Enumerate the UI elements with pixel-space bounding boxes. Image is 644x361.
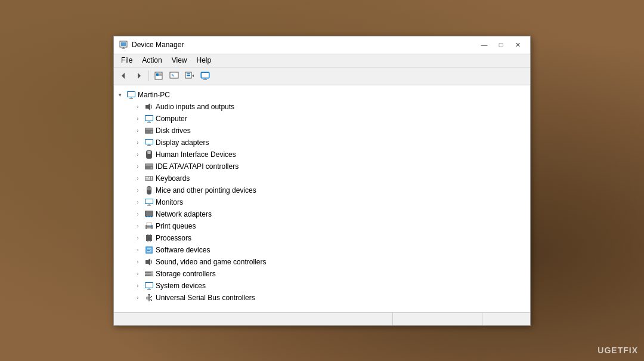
sound-label: Sound, video and game controllers — [156, 258, 266, 266]
menu-action[interactable]: Action — [137, 55, 166, 66]
svg-point-81 — [151, 271, 153, 273]
svg-marker-15 — [192, 75, 194, 77]
status-bar — [114, 312, 530, 325]
hid-chevron: › — [133, 150, 143, 159]
svg-rect-77 — [147, 250, 150, 251]
monitor-icon — [144, 198, 154, 207]
processor-chevron: › — [133, 233, 143, 243]
tree-item-computer[interactable]: › Computer — [114, 113, 530, 125]
print-label: Print queues — [156, 222, 196, 230]
forward-button[interactable] — [132, 69, 146, 82]
svg-marker-4 — [122, 73, 125, 79]
svg-rect-17 — [202, 73, 209, 78]
window-controls: — □ ✕ — [476, 39, 525, 51]
tree-item-print[interactable]: › Print queues — [114, 220, 530, 232]
system-chevron: › — [133, 281, 143, 291]
sound-chevron: › — [133, 257, 143, 267]
usb-icon — [144, 293, 154, 303]
svg-rect-93 — [151, 300, 152, 301]
computer-label: Computer — [156, 115, 187, 123]
svg-rect-14 — [187, 75, 190, 76]
tree-item-network[interactable]: › Network adapters — [114, 208, 530, 220]
system-label: System devices — [156, 282, 206, 290]
tree-item-ide[interactable]: › IDE ATA/ATAPI controllers — [114, 161, 530, 172]
tree-item-disk[interactable]: › Disk drives — [114, 125, 530, 137]
tree-item-monitor[interactable]: › Monitors — [114, 196, 530, 208]
svg-rect-45 — [149, 177, 150, 178]
monitor-button[interactable] — [198, 69, 212, 82]
toolbar-separator-1 — [148, 70, 149, 81]
tree-item-software[interactable]: › Software devices — [114, 244, 530, 256]
svg-rect-7 — [156, 73, 159, 76]
status-tertiary — [482, 313, 530, 325]
tree-item-hid[interactable]: › Human Interface Devices — [114, 149, 530, 161]
close-button[interactable]: ✕ — [510, 39, 525, 51]
device-manager-window: Device Manager — □ ✕ File Action View He… — [113, 36, 531, 326]
minimize-button[interactable]: — — [476, 39, 492, 51]
menu-bar: File Action View Help — [114, 54, 530, 67]
properties-button[interactable] — [151, 69, 166, 82]
content-area[interactable]: ▾ Martin-PC › — [114, 85, 530, 312]
svg-rect-47 — [145, 178, 147, 180]
root-label: Martin-PC — [138, 91, 170, 99]
processor-label: Processors — [156, 234, 191, 242]
display-chevron: › — [133, 138, 143, 147]
root-node[interactable]: ▾ Martin-PC — [114, 89, 530, 101]
ide-chevron: › — [133, 162, 143, 171]
tree-item-display[interactable]: › Display adapters — [114, 137, 530, 149]
back-button[interactable] — [116, 69, 131, 82]
svg-point-60 — [148, 215, 150, 217]
print-icon — [144, 221, 154, 231]
print-chevron: › — [133, 221, 143, 231]
svg-point-59 — [146, 215, 147, 217]
scan-button[interactable] — [182, 69, 197, 82]
maximize-button[interactable]: □ — [493, 39, 509, 51]
network-label: Network adapters — [156, 210, 212, 218]
mouse-icon — [144, 186, 154, 195]
title-bar: Device Manager — □ ✕ — [114, 36, 530, 54]
display-label: Display adapters — [156, 138, 209, 147]
status-secondary — [393, 313, 482, 325]
svg-rect-33 — [145, 140, 153, 144]
tree-item-usb[interactable]: › Universal Serial Bus controllers — [114, 292, 530, 304]
tree-item-sound[interactable]: › Sound, video and game controllers — [114, 256, 530, 268]
svg-rect-30 — [145, 128, 153, 130]
update-driver-button[interactable]: ✎ — [167, 69, 181, 82]
svg-marker-24 — [145, 103, 150, 110]
svg-rect-65 — [147, 228, 151, 229]
software-chevron: › — [133, 245, 143, 255]
svg-point-91 — [151, 295, 152, 297]
status-main — [114, 313, 393, 325]
svg-rect-54 — [145, 199, 153, 203]
computer-icon — [126, 90, 136, 100]
menu-view[interactable]: View — [167, 55, 192, 66]
menu-help[interactable]: Help — [192, 55, 216, 66]
tree-item-audio[interactable]: › Audio inputs and outputs — [114, 101, 530, 113]
display-icon — [144, 138, 154, 147]
keyboard-icon — [144, 174, 154, 183]
pc-icon — [144, 114, 154, 124]
svg-rect-49 — [151, 178, 152, 180]
tree-item-system[interactable]: › System devices — [114, 280, 530, 292]
svg-rect-64 — [147, 227, 151, 227]
menu-file[interactable]: File — [116, 55, 137, 66]
audio-label: Audio inputs and outputs — [156, 103, 234, 111]
monitor-label: Monitors — [156, 198, 183, 206]
storage-icon — [144, 269, 154, 279]
tree-item-keyboard[interactable]: › Keyboards — [114, 172, 530, 184]
svg-point-61 — [151, 215, 152, 217]
storage-label: Storage controllers — [156, 270, 216, 278]
keyboard-label: Keyboards — [156, 174, 190, 183]
hid-icon — [144, 150, 154, 159]
audio-icon — [144, 102, 154, 112]
usb-chevron: › — [133, 293, 143, 303]
svg-text:✎: ✎ — [171, 73, 175, 78]
disk-icon — [144, 126, 154, 135]
svg-rect-43 — [145, 177, 147, 178]
toolbar: ✎ — [114, 67, 530, 85]
mouse-chevron: › — [133, 186, 143, 195]
tree-item-storage[interactable]: › Storage controllers — [114, 268, 530, 280]
tree-item-mouse[interactable]: › Mice and other pointing devices — [114, 184, 530, 196]
svg-rect-21 — [128, 92, 135, 97]
tree-item-processor[interactable]: › Processors — [114, 232, 530, 244]
